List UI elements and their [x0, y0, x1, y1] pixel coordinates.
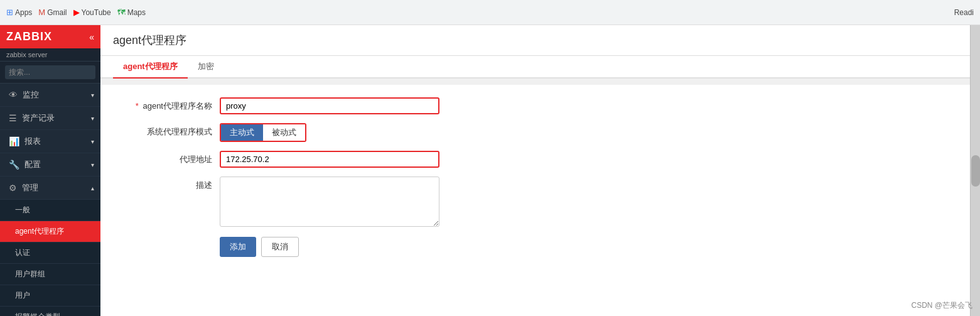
- admin-arrow-icon: ▴: [91, 185, 94, 192]
- sidebar-item-assets[interactable]: ☰ 资产记录 ▾: [0, 107, 100, 130]
- tab-encryption[interactable]: 加密: [188, 56, 224, 79]
- sidebar-item-general-label: 一般: [15, 205, 30, 215]
- bookmark-maps-label: Maps: [127, 8, 146, 17]
- assets-arrow-icon: ▾: [91, 115, 94, 122]
- bookmark-apps[interactable]: ⊞ Apps: [6, 8, 32, 17]
- sidebar-item-config-label: 配置: [24, 159, 41, 170]
- sidebar-item-admin-label: 管理: [22, 182, 38, 193]
- right-scrollbar[interactable]: [970, 25, 980, 316]
- description-label: 描述: [119, 177, 220, 191]
- mode-label: 系统代理程序模式: [119, 123, 220, 138]
- sidebar-item-user-groups-label: 用户群组: [15, 269, 45, 280]
- bookmark-maps[interactable]: 🗺 Maps: [117, 8, 146, 17]
- bookmarks-bar: ⊞ Apps M Gmail ▶ YouTube 🗺 Maps: [6, 8, 146, 17]
- sidebar-collapse-button[interactable]: «: [89, 32, 94, 42]
- watermark: CSDN @芒果会飞: [911, 300, 972, 311]
- proxy-address-input[interactable]: [220, 151, 439, 168]
- app-container: ZABBIX « zabbix server 👁 监控 ▾ ☰ 资产记录 ▾ 📊…: [0, 25, 980, 316]
- scrollbar-thumb: [971, 155, 980, 187]
- cancel-button[interactable]: 取消: [261, 237, 299, 257]
- sidebar-item-auth-label: 认证: [15, 248, 30, 258]
- sidebar-item-alert-media[interactable]: 报警媒介类型: [0, 307, 100, 316]
- name-label: * agent代理程序名称: [119, 97, 220, 112]
- address-label: 代理地址: [119, 151, 220, 165]
- config-arrow-icon: ▾: [91, 161, 94, 168]
- sidebar-item-monitoring[interactable]: 👁 监控 ▾: [0, 84, 100, 107]
- sidebar-item-assets-label: 资产记录: [22, 112, 55, 124]
- reports-arrow-icon: ▾: [91, 138, 94, 145]
- sidebar-item-config[interactable]: 🔧 配置 ▾: [0, 153, 100, 177]
- sidebar-item-users[interactable]: 用户: [0, 285, 100, 307]
- search-input[interactable]: [5, 65, 95, 79]
- sidebar-item-admin[interactable]: ⚙ 管理 ▴: [0, 177, 100, 200]
- main-content: agent代理程序 agent代理程序 加密 * agent代理程序名称 系统代…: [100, 25, 970, 316]
- bookmark-youtube-label: YouTube: [82, 8, 111, 17]
- mode-buttons-group: 主动式 被动式: [220, 123, 306, 142]
- sidebar-logo: ZABBIX: [6, 30, 52, 43]
- sidebar-item-reports[interactable]: 📊 报表 ▾: [0, 130, 100, 153]
- add-button[interactable]: 添加: [220, 237, 256, 257]
- bookmark-youtube[interactable]: ▶ YouTube: [73, 8, 111, 17]
- sidebar: ZABBIX « zabbix server 👁 监控 ▾ ☰ 资产记录 ▾ 📊…: [0, 25, 100, 316]
- page-header: agent代理程序: [100, 25, 970, 56]
- maps-icon: 🗺: [117, 8, 126, 17]
- monitoring-arrow-icon: ▾: [91, 92, 94, 99]
- sidebar-search-box: [0, 62, 100, 84]
- reading-list: Readi: [954, 8, 974, 17]
- reports-icon: 📊: [9, 136, 19, 146]
- mode-passive-button[interactable]: 被动式: [263, 124, 305, 141]
- bookmark-gmail[interactable]: M Gmail: [38, 8, 67, 17]
- gmail-icon: M: [38, 8, 45, 17]
- tab-agent-proxy[interactable]: agent代理程序: [113, 56, 188, 79]
- sidebar-item-monitoring-label: 监控: [23, 89, 39, 101]
- proxy-name-input[interactable]: [220, 97, 439, 114]
- form-row-mode: 系统代理程序模式 主动式 被动式: [119, 123, 951, 142]
- youtube-icon: ▶: [73, 8, 80, 17]
- sidebar-item-users-label: 用户: [15, 290, 30, 301]
- sidebar-server-name: zabbix server: [0, 48, 100, 62]
- description-textarea[interactable]: [220, 177, 439, 227]
- form-row-name: * agent代理程序名称: [119, 97, 951, 114]
- monitoring-icon: 👁: [9, 90, 18, 100]
- sidebar-item-user-groups[interactable]: 用户群组: [0, 264, 100, 285]
- sidebar-item-alert-media-label: 报警媒介类型: [15, 312, 60, 316]
- tabs-bar: agent代理程序 加密: [100, 56, 970, 79]
- page-title: agent代理程序: [113, 33, 957, 48]
- assets-icon: ☰: [9, 113, 17, 123]
- sidebar-item-general[interactable]: 一般: [0, 200, 100, 221]
- sidebar-item-auth[interactable]: 认证: [0, 242, 100, 264]
- config-icon: 🔧: [9, 160, 19, 170]
- sidebar-item-reports-label: 报表: [24, 136, 41, 147]
- sidebar-header: ZABBIX «: [0, 25, 100, 48]
- bookmark-apps-label: Apps: [15, 8, 32, 17]
- required-star: *: [136, 101, 139, 111]
- form-area: * agent代理程序名称 系统代理程序模式 主动式 被动式 代理地址: [100, 85, 970, 316]
- action-buttons: 添加 取消: [220, 237, 951, 257]
- bookmark-gmail-label: Gmail: [47, 8, 67, 17]
- form-row-address: 代理地址: [119, 151, 951, 168]
- sidebar-item-agent-proxy[interactable]: agent代理程序: [0, 221, 100, 242]
- apps-icon: ⊞: [6, 8, 13, 17]
- admin-icon: ⚙: [9, 183, 17, 193]
- sidebar-item-agent-proxy-label: agent代理程序: [15, 226, 64, 237]
- mode-active-button[interactable]: 主动式: [221, 124, 263, 141]
- browser-toolbar: ⊞ Apps M Gmail ▶ YouTube 🗺 Maps Readi: [0, 0, 980, 25]
- sidebar-nav: 👁 监控 ▾ ☰ 资产记录 ▾ 📊 报表 ▾ 🔧 配置 ▾ ⚙ 管理: [0, 84, 100, 316]
- form-row-description: 描述: [119, 177, 951, 227]
